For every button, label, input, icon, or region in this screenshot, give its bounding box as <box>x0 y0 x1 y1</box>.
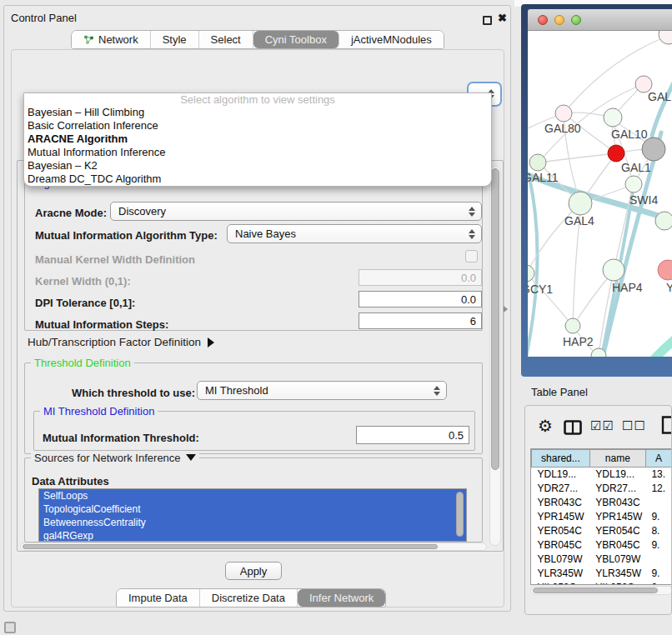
menu-item-bayesian-hill-climbing[interactable]: Bayesian – Hill Climbing <box>24 106 491 119</box>
attribute-item-gal4rgexp[interactable]: gal4RGexp <box>39 529 466 542</box>
algorithm-menu-items: Bayesian – Hill ClimbingBasic Correlatio… <box>24 106 491 186</box>
data-attributes-label: Data Attributes <box>32 475 109 488</box>
which-threshold-label: Which threshold to use: <box>72 387 195 399</box>
node-unlabeled-5[interactable] <box>642 138 665 161</box>
tab-cyni-toolbox[interactable]: Cyni Toolbox <box>253 31 339 48</box>
settings-horizontal-scrollbar-thumb[interactable] <box>23 544 438 549</box>
node-gal11[interactable] <box>529 154 546 171</box>
node-label-gal: GAL <box>648 90 671 103</box>
node-swi4[interactable] <box>625 176 642 192</box>
table-row[interactable]: YBR043CYBR043C <box>532 496 672 510</box>
close-traffic-light[interactable] <box>538 15 548 25</box>
menu-item-aracne-algorithm[interactable]: ARACNE Algorithm <box>24 132 491 146</box>
attribute-item-betweennesscentrality[interactable]: BetweennessCentrality <box>39 516 466 529</box>
bottom-tab-bar: Impute DataDiscretize DataInfer Network <box>116 588 386 608</box>
hide-columns-icon[interactable]: ☐☐ <box>622 418 646 433</box>
node-gal10[interactable] <box>604 108 622 127</box>
column-header-a[interactable]: A <box>645 450 671 468</box>
node-unlabeled-0[interactable] <box>659 31 672 44</box>
column-header-name[interactable]: name <box>589 450 645 468</box>
gear-icon[interactable]: ⚙ <box>538 416 553 436</box>
table-row[interactable]: YDL19...YDL19...13. <box>532 468 672 482</box>
tab-infer-network[interactable]: Infer Network <box>298 589 385 607</box>
tab-impute-data[interactable]: Impute Data <box>117 589 200 607</box>
show-columns-icon[interactable]: ☑☑ <box>590 418 614 433</box>
node-gcy1[interactable] <box>528 265 534 282</box>
hub-definition-label: Hub/Transcription Factor Definition <box>28 336 201 348</box>
manual-kernel-label: Manual Kernel Width Definition <box>35 253 195 266</box>
column-header-shared[interactable]: shared... <box>532 450 590 468</box>
menu-item-mutual-information-inference[interactable]: Mutual Information Inference <box>24 146 491 159</box>
table-horizontal-scrollbar-thumb[interactable] <box>533 588 658 593</box>
node-hap4[interactable] <box>603 259 624 281</box>
dpi-tolerance-field[interactable]: 0.0 <box>359 291 482 308</box>
kernel-width-label: Kernel Width (0,1): <box>35 275 131 288</box>
node-gal80[interactable] <box>555 105 572 122</box>
network-canvas[interactable]: GALGAL80GAL10GAL1GAL11SWI4GAL4GCY1HAP4YH… <box>528 31 672 357</box>
apply-button[interactable]: Apply <box>225 562 282 580</box>
node-label-hap2: HAP2 <box>563 335 594 348</box>
node-gal1[interactable] <box>608 145 624 162</box>
menu-item-dream8-dc-tdc-algorithm[interactable]: Dream8 DC_TDC Algorithm <box>24 172 491 186</box>
table-row[interactable]: YPR145WYPR145W9. <box>532 510 672 524</box>
tab-style[interactable]: Style <box>151 31 199 48</box>
manual-kernel-checkbox[interactable] <box>465 250 478 262</box>
tab-select[interactable]: Select <box>199 31 253 48</box>
tab-network[interactable]: Network <box>72 31 151 48</box>
mi-type-combobox[interactable]: Naive Bayes <box>227 224 482 243</box>
node-gal4[interactable] <box>569 192 592 215</box>
tab-label: Style <box>163 33 187 46</box>
node-table[interactable]: shared...nameA YDL19...YDL19...13.YDR27.… <box>530 448 672 585</box>
table-row[interactable]: YLR345WYLR345W9. <box>532 567 672 581</box>
node-hap2[interactable] <box>565 318 580 333</box>
mi-threshold-field[interactable]: 0.5 <box>356 426 469 444</box>
kernel-width-field[interactable]: 0.0 <box>359 269 482 286</box>
tab-jactivemnodules[interactable]: jActiveMNodules <box>339 31 444 48</box>
tab-discretize-data[interactable]: Discretize Data <box>200 589 298 607</box>
table-row[interactable]: YBL079WYBL079W <box>532 552 672 567</box>
panel-divider-grabber[interactable] <box>504 306 508 312</box>
network-icon <box>83 35 94 45</box>
table-row[interactable]: YDR27...YDR27...12. <box>532 482 672 496</box>
settings-vertical-scrollbar-thumb[interactable] <box>491 168 499 470</box>
table-cell: YBR043C <box>532 496 590 510</box>
close-icon[interactable]: ✖ <box>498 12 507 24</box>
sources-legend[interactable]: Sources for Network Inference <box>31 452 199 464</box>
aracne-mode-combobox[interactable]: Discovery <box>110 202 482 221</box>
document-icon[interactable] <box>661 416 672 434</box>
dpi-tolerance-label: DPI Tolerance [0,1]: <box>35 297 135 309</box>
table-cell: YBL079W <box>589 552 645 567</box>
chevron-right-icon <box>208 338 214 348</box>
collapsed-panel-icon[interactable] <box>4 622 16 633</box>
zoom-traffic-light[interactable] <box>571 15 581 25</box>
table-row[interactable]: YER054CYER054C8. <box>532 524 672 538</box>
table-cell: 8. <box>645 524 671 538</box>
checked-box-icon: ☑ <box>602 418 614 432</box>
node-label-gcy1: GCY1 <box>528 282 553 296</box>
menu-item-basic-correlation-inference[interactable]: Basic Correlation Inference <box>24 119 491 132</box>
control-panel-title: Control Panel <box>11 12 77 24</box>
float-window-icon[interactable] <box>483 16 492 25</box>
data-attributes-list[interactable]: SelfLoopsTopologicalCoefficientBetweenne… <box>38 488 467 542</box>
attribute-item-topologicalcoefficient[interactable]: TopologicalCoefficient <box>39 502 466 516</box>
threshold-definition-legend: Threshold Definition <box>31 357 134 369</box>
attribute-item-selfloops[interactable]: SelfLoops <box>39 489 466 502</box>
column-view-icon[interactable] <box>564 420 582 435</box>
hub-definition-toggle[interactable]: Hub/Transcription Factor Definition <box>28 336 214 348</box>
node-y[interactable] <box>658 260 672 280</box>
node-unlabeled-9[interactable] <box>655 212 672 230</box>
which-threshold-combobox[interactable]: MI Threshold <box>197 381 447 400</box>
which-threshold-value: MI Threshold <box>205 384 268 397</box>
table-row[interactable]: YIL052CYIL052C9. <box>532 581 672 586</box>
table-horizontal-scrollbar[interactable] <box>530 586 672 595</box>
settings-vertical-scrollbar[interactable] <box>489 166 501 546</box>
network-window-titlebar <box>528 9 672 31</box>
tab-label: Infer Network <box>309 592 374 604</box>
attribute-list-scrollbar[interactable] <box>456 491 464 539</box>
settings-horizontal-scrollbar[interactable] <box>20 542 487 551</box>
table-row[interactable]: YBR045CYBR045C9. <box>532 538 672 552</box>
mi-steps-field[interactable]: 6 <box>359 312 482 329</box>
attribute-list-scrollbar-thumb[interactable] <box>456 492 464 537</box>
minimize-traffic-light[interactable] <box>554 15 564 25</box>
menu-item-bayesian-k2[interactable]: Bayesian – K2 <box>24 159 491 172</box>
